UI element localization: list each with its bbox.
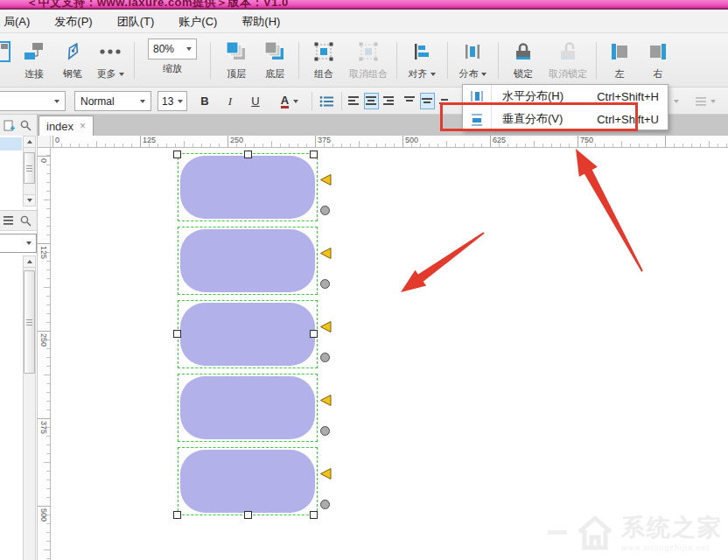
- resize-handle-sw[interactable]: [173, 511, 181, 519]
- resize-handle-s[interactable]: [244, 511, 252, 519]
- font-size-caret-icon: [178, 100, 183, 103]
- pen-label: 钢笔: [54, 67, 91, 80]
- interaction-marker[interactable]: [320, 500, 330, 509]
- resize-handle-e[interactable]: [310, 330, 318, 338]
- align-left-edge-button[interactable]: 左: [600, 38, 639, 84]
- tab-close-icon[interactable]: ×: [80, 120, 86, 132]
- widget-note-marker[interactable]: [320, 174, 332, 186]
- rounded-rect-widget[interactable]: [178, 300, 318, 368]
- bring-front-label: 顶层: [217, 67, 256, 80]
- rounded-rect-widget[interactable]: [178, 374, 318, 442]
- list-icon[interactable]: [4, 215, 15, 226]
- menu-account[interactable]: 账户(C): [170, 11, 226, 32]
- align-text-left-button[interactable]: [346, 93, 361, 109]
- rounded-rect-widget[interactable]: [178, 227, 318, 295]
- resize-handle-nw[interactable]: [173, 150, 181, 158]
- bullet-list-button[interactable]: [317, 93, 336, 109]
- watermark-url: www.xitongzhijia.net: [621, 543, 723, 552]
- selected-page-row[interactable]: [0, 137, 22, 150]
- font-style-value: Normal: [80, 95, 115, 108]
- font-color-a: A: [281, 94, 289, 108]
- connect-button[interactable]: 连接: [14, 38, 54, 84]
- toolbar-divider: [447, 42, 448, 79]
- underline-button[interactable]: U: [245, 91, 266, 111]
- interaction-marker[interactable]: [320, 426, 330, 436]
- widget-note-marker[interactable]: [320, 321, 332, 332]
- toolbar-divider: [498, 42, 499, 79]
- bold-button[interactable]: B: [194, 91, 215, 111]
- rounded-rect-fill: [180, 156, 315, 219]
- lock-label: 锁定: [504, 67, 542, 80]
- distribute-button[interactable]: 分布: [452, 38, 494, 84]
- widget-note-marker[interactable]: [320, 395, 332, 406]
- red-highlight-box: [440, 102, 638, 131]
- interaction-marker[interactable]: [320, 279, 330, 289]
- widget-note-marker[interactable]: [320, 248, 332, 259]
- italic-button[interactable]: I: [220, 91, 241, 111]
- window-title: ＜中文支持：www.iaxure.com提供＞版本：V1.0: [26, 0, 289, 10]
- resize-handle-w[interactable]: [173, 330, 181, 338]
- rounded-rect-widget[interactable]: [178, 447, 318, 515]
- bring-front-button[interactable]: 顶层: [217, 38, 256, 84]
- search-icon[interactable]: [20, 215, 32, 227]
- font-style-select[interactable]: Normal: [74, 91, 151, 111]
- resize-handle-ne[interactable]: [310, 150, 318, 158]
- align-text-center-button[interactable]: [364, 93, 379, 109]
- align-button[interactable]: 对齐: [401, 38, 443, 84]
- interaction-marker[interactable]: [320, 206, 330, 215]
- widget-library-select[interactable]: [0, 234, 37, 253]
- toolbar-divider: [396, 42, 397, 79]
- menu-bar: 局(A) 发布(P) 团队(T) 账户(C) 帮助(H): [0, 11, 728, 33]
- interaction-marker[interactable]: [320, 353, 330, 362]
- more-button[interactable]: 更多: [91, 38, 130, 84]
- pages-scrollbar[interactable]: [23, 136, 36, 206]
- zoom-select[interactable]: 80%: [148, 38, 197, 60]
- send-back-button[interactable]: 底层: [256, 38, 294, 84]
- group-button[interactable]: 组合: [304, 38, 343, 84]
- scroll-up-button[interactable]: [24, 256, 35, 268]
- menu-publish[interactable]: 发布(P): [46, 11, 101, 32]
- design-canvas[interactable]: [52, 148, 728, 560]
- align-text-middle-icon: [422, 95, 433, 107]
- align-right-edge-button[interactable]: 右: [639, 38, 677, 84]
- widget-icon: [0, 38, 12, 65]
- ruler-label: 250: [230, 136, 243, 144]
- rounded-rect-fill: [180, 303, 315, 366]
- font-color-button[interactable]: A: [273, 91, 306, 111]
- horizontal-ruler: 0 125 250 375 500 625 750: [51, 136, 728, 148]
- axure-window: ＜中文支持：www.iaxure.com提供＞版本：V1.0 局(A) 发布(P…: [0, 0, 728, 560]
- add-page-icon[interactable]: [4, 120, 15, 131]
- align-icon: [401, 38, 443, 65]
- tab-index[interactable]: index ×: [38, 116, 94, 136]
- resize-handle-n[interactable]: [244, 150, 252, 158]
- resize-handle-se[interactable]: [310, 511, 318, 519]
- widgets-scrollbar[interactable]: [23, 256, 36, 560]
- scrollbar-thumb[interactable]: [24, 152, 35, 184]
- align-text-middle-button[interactable]: [420, 93, 435, 109]
- font-family-select[interactable]: [0, 91, 66, 111]
- lock-button[interactable]: 锁定: [504, 38, 542, 84]
- font-size-select[interactable]: 13: [158, 91, 187, 111]
- scrollbar-thumb[interactable]: [24, 270, 35, 374]
- scroll-up-button[interactable]: [24, 136, 35, 148]
- menu-layout[interactable]: 局(A): [0, 11, 38, 32]
- send-back-icon: [256, 38, 294, 65]
- widget-note-marker[interactable]: [320, 468, 332, 480]
- ruler-label: 0: [55, 136, 60, 144]
- pen-button[interactable]: 钢笔: [54, 38, 91, 84]
- menu-team[interactable]: 团队(T): [108, 11, 164, 32]
- bring-front-icon: [217, 38, 256, 65]
- scroll-down-button[interactable]: [24, 194, 35, 206]
- line-spacing-caret-button: [670, 93, 682, 109]
- partial-tool-button[interactable]: [0, 38, 12, 84]
- align-text-right-button[interactable]: [382, 93, 396, 109]
- menu-help[interactable]: 帮助(H): [233, 11, 289, 32]
- caret-icon: [674, 100, 679, 103]
- distribute-label: 分布: [459, 67, 479, 80]
- search-icon[interactable]: [20, 120, 32, 131]
- align-text-top-button[interactable]: [402, 93, 417, 109]
- rounded-rect-fill: [180, 450, 315, 513]
- toolbar-divider: [298, 42, 299, 79]
- widgets-panel-header: [0, 210, 37, 231]
- rounded-rect-widget[interactable]: [178, 153, 318, 221]
